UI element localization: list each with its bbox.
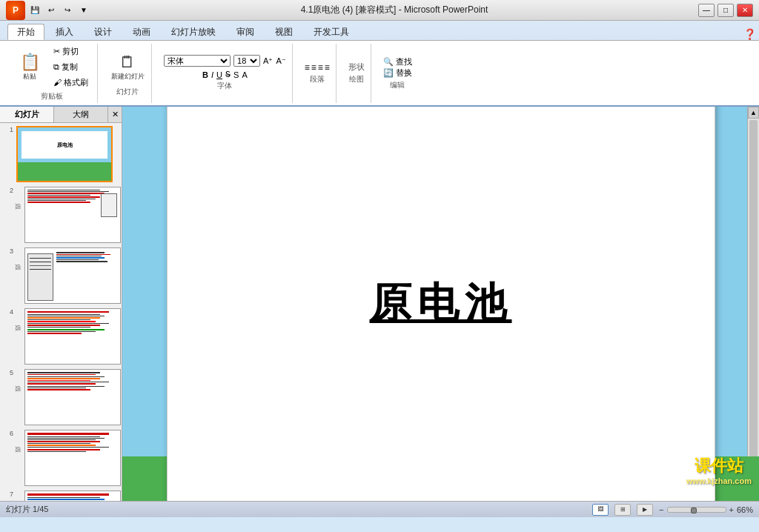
slide-num-2: 2 bbox=[3, 187, 13, 194]
slide-2-content bbox=[25, 187, 120, 242]
bold-btn[interactable]: B bbox=[202, 70, 208, 79]
slide-3-content bbox=[25, 248, 120, 303]
slide-num-4: 4 bbox=[3, 308, 13, 316]
ribbon-group-editing: 🔍 查找 🔄 替换 编辑 bbox=[377, 44, 418, 103]
increase-font-btn[interactable]: A⁺ bbox=[263, 56, 273, 66]
copy-btn[interactable]: ⧉ 复制 bbox=[50, 60, 91, 74]
v-scrollbar: ▲ ▼ bbox=[747, 107, 759, 501]
window-controls: — □ ✕ bbox=[698, 4, 753, 17]
justify-btn[interactable]: ≡ bbox=[325, 62, 330, 73]
replace-btn[interactable]: 🔄 替换 bbox=[383, 67, 412, 79]
canvas-area: 原电池 课件站 www.kjzhan.com ▲ ▼ bbox=[122, 107, 759, 501]
zoom-slider[interactable] bbox=[667, 507, 726, 513]
slide-thumbnail-7[interactable]: 特殊的原电池 bbox=[24, 491, 121, 501]
font-family-select[interactable]: 宋体 bbox=[164, 55, 231, 67]
sidebar: 幻灯片 大纲 ✕ 1 原电池 2 驳 bbox=[0, 107, 122, 501]
ribbon: 开始 插入 设计 动画 幻灯片放映 审阅 视图 开发工具 ❓ 📋 粘贴 ✂ 剪切… bbox=[0, 21, 759, 107]
editing-label: 编辑 bbox=[390, 80, 405, 90]
format-painter-btn[interactable]: 🖌 格式刷 bbox=[50, 76, 91, 90]
align-left-btn[interactable]: ≡ bbox=[305, 62, 310, 73]
find-btn[interactable]: 🔍 查找 bbox=[383, 56, 412, 67]
font-color-btn[interactable]: A bbox=[242, 70, 247, 79]
outline-tab[interactable]: 大纲 bbox=[54, 107, 108, 122]
sidebar-tab-bar: 幻灯片 大纲 ✕ bbox=[0, 107, 122, 123]
status-right: 🖼 ⊞ ▶ − + 66% bbox=[592, 504, 753, 516]
slide-thumbnail-6[interactable]: 特殊的原电池 bbox=[24, 430, 121, 486]
slide-thumb-row-6: 6 驳 特殊的原电池 bbox=[3, 430, 119, 486]
tab-review[interactable]: 审阅 bbox=[227, 24, 264, 40]
slide-thumb-row-5: 5 驳 bbox=[3, 369, 119, 425]
decrease-font-btn[interactable]: A⁻ bbox=[276, 56, 285, 66]
tab-view[interactable]: 视图 bbox=[265, 24, 302, 40]
ribbon-group-font: 宋体 18 A⁺ A⁻ B I U S̶ S A 字体 bbox=[158, 44, 293, 103]
paragraph-label: 段落 bbox=[310, 74, 325, 84]
slide-thumbnail-5[interactable] bbox=[24, 369, 121, 425]
slide-main-title: 原电池 bbox=[370, 276, 512, 332]
tab-insert[interactable]: 插入 bbox=[46, 24, 83, 40]
align-right-btn[interactable]: ≡ bbox=[318, 62, 323, 73]
scroll-up-btn[interactable]: ▲ bbox=[748, 107, 759, 119]
customize-quick-btn[interactable]: ▼ bbox=[77, 4, 90, 17]
scroll-thumb[interactable] bbox=[749, 120, 758, 499]
slide-5-content bbox=[25, 370, 120, 425]
ribbon-group-slides: 🗒 新建幻灯片 幻灯片 bbox=[104, 44, 152, 103]
strikethrough-btn[interactable]: S̶ bbox=[225, 70, 231, 79]
close-btn[interactable]: ✕ bbox=[737, 4, 753, 17]
new-slide-icon: 🗒 bbox=[119, 53, 136, 72]
slide-thumbnail-1[interactable]: 原电池 bbox=[16, 126, 113, 182]
watermark-url: www.kjzhan.com bbox=[686, 476, 752, 486]
save-quick-btn[interactable]: 💾 bbox=[28, 4, 42, 17]
tab-animation[interactable]: 动画 bbox=[123, 24, 160, 40]
slide-count-status: 幻灯片 1/45 bbox=[6, 504, 48, 515]
shapes-label: 形状 bbox=[348, 61, 365, 73]
title-bar: P 💾 ↩ ↪ ▼ 4.1原电池 (4) [兼容模式] - Microsoft … bbox=[0, 0, 759, 21]
drawing-label: 绘图 bbox=[349, 74, 364, 84]
tab-developer[interactable]: 开发工具 bbox=[304, 24, 359, 40]
new-slide-label: 新建幻灯片 bbox=[111, 72, 145, 82]
minimize-btn[interactable]: — bbox=[698, 4, 715, 17]
italic-btn[interactable]: I bbox=[211, 70, 213, 79]
new-slide-btn[interactable]: 🗒 新建幻灯片 bbox=[110, 50, 145, 85]
sidebar-close-btn[interactable]: ✕ bbox=[108, 107, 122, 122]
zoom-level: 66% bbox=[737, 505, 753, 514]
watermark-line1: 课件站 bbox=[686, 456, 752, 476]
slide-thumbnail-2[interactable] bbox=[24, 187, 121, 243]
scroll-down-btn[interactable]: ▼ bbox=[748, 489, 759, 501]
normal-view-btn[interactable]: 🖼 bbox=[592, 504, 609, 516]
slide-thumb-row-4: 4 驳 bbox=[3, 308, 119, 365]
tab-design[interactable]: 设计 bbox=[84, 24, 122, 40]
tab-slideshow[interactable]: 幻灯片放映 bbox=[162, 24, 225, 40]
zoom-minus-btn[interactable]: − bbox=[659, 505, 663, 514]
ribbon-group-drawing: 形状 绘图 bbox=[342, 44, 371, 103]
paste-icon: 📋 bbox=[20, 53, 40, 72]
sorter-view-btn[interactable]: ⊞ bbox=[614, 504, 631, 516]
font-size-select[interactable]: 18 bbox=[233, 55, 260, 67]
watermark: 课件站 www.kjzhan.com bbox=[686, 456, 752, 486]
tab-home[interactable]: 开始 bbox=[7, 24, 44, 40]
redo-quick-btn[interactable]: ↪ bbox=[61, 4, 74, 17]
ribbon-group-clipboard: 📋 粘贴 ✂ 剪切 ⧉ 复制 🖌 格式刷 剪贴板 bbox=[6, 44, 98, 103]
paste-label: 粘贴 bbox=[23, 72, 36, 82]
maximize-btn[interactable]: □ bbox=[717, 4, 734, 17]
slides-tab[interactable]: 幻灯片 bbox=[0, 107, 54, 122]
undo-quick-btn[interactable]: ↩ bbox=[44, 4, 58, 17]
zoom-thumb[interactable] bbox=[691, 508, 697, 513]
align-center-btn[interactable]: ≡ bbox=[311, 62, 316, 73]
title-text: 4.1原电池 (4) [兼容模式] - Microsoft PowerPoint bbox=[90, 4, 698, 16]
zoom-plus-btn[interactable]: + bbox=[729, 505, 734, 514]
shadow-btn[interactable]: S bbox=[233, 70, 239, 79]
slide-num-3: 3 bbox=[3, 247, 13, 255]
help-btn[interactable]: ❓ bbox=[743, 28, 756, 40]
slide-6-content: 特殊的原电池 bbox=[25, 430, 120, 485]
underline-btn[interactable]: U bbox=[216, 70, 222, 79]
slide-thumb-row-3: 3 驳 bbox=[3, 247, 119, 304]
paste-btn[interactable]: 📋 粘贴 bbox=[12, 50, 47, 85]
clipboard-label: 剪贴板 bbox=[41, 91, 63, 102]
slide-thumbnail-4[interactable] bbox=[24, 308, 121, 365]
slides-group-label: 幻灯片 bbox=[116, 87, 139, 97]
slide-thumbnail-3[interactable] bbox=[24, 247, 121, 304]
cut-btn[interactable]: ✂ 剪切 bbox=[50, 44, 91, 59]
slideshow-view-btn[interactable]: ▶ bbox=[637, 504, 653, 516]
slide-canvas[interactable]: 原电池 bbox=[167, 107, 715, 501]
slide-num-7: 7 bbox=[3, 491, 13, 498]
